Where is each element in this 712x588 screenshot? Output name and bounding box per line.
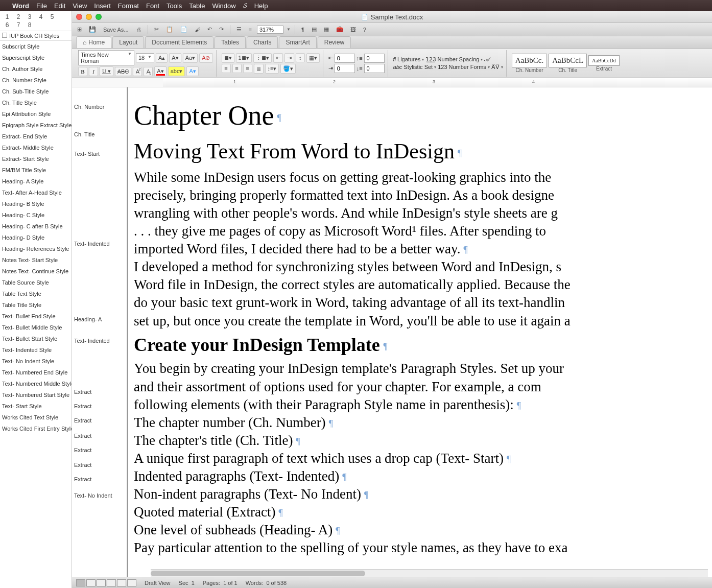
minimize-button[interactable] [86,14,92,20]
indent-left-input[interactable] [335,54,355,63]
tab-charts[interactable]: Charts [247,36,278,48]
style-list-item[interactable]: Text- After A-Head Style [0,187,72,198]
style-ch-title[interactable]: AaBbCcL [549,54,587,67]
style-list-item[interactable]: Notes Text- Start Style [0,254,72,266]
italic-button[interactable]: I [89,67,98,76]
format-painter-button[interactable]: 🖌 [193,26,202,34]
menu-window[interactable]: Window [212,2,235,10]
grow-font-button[interactable]: A▴ [156,53,168,63]
view-switcher[interactable] [76,579,136,586]
outdent-button[interactable]: ⇤ [273,53,283,63]
style-list-item[interactable]: Text- Start Style [0,401,72,412]
style-list-item[interactable]: Heading- B Style [0,198,72,209]
indent-right-input[interactable] [335,64,355,73]
style-extract[interactable]: AaBbCcDd [588,55,620,66]
script-icon[interactable]: 𝓢 [243,2,247,10]
style-list-item[interactable]: Heading- C Style [0,209,72,221]
save-as-button[interactable]: Save As... [101,26,131,34]
align-right-button[interactable]: ≡ [243,64,252,73]
help-button[interactable]: ? [361,26,368,34]
style-list-item[interactable]: Subscript Style [0,41,72,52]
menu-tools[interactable]: Tools [167,2,182,10]
number-forms-button[interactable]: Number Forms [449,64,486,70]
cut-button[interactable]: ✂ [152,25,161,34]
focus-view-icon[interactable] [127,579,136,586]
style-list-item[interactable]: Ch. Author Style [0,63,72,75]
style-list-item[interactable]: FM/BM Title Style [0,164,72,176]
style-list-item[interactable]: Table Source Style [0,277,72,288]
clear-format-button[interactable]: A⊘ [199,53,212,63]
zoom-field[interactable]: 317% [257,26,283,34]
align-center-button[interactable]: ≡ [232,64,242,73]
line-spacing-button[interactable]: ↕≡▾ [265,64,279,74]
style-list-item[interactable]: Heading- C after B Style [0,221,72,232]
gallery-button[interactable]: ▦ [322,25,331,34]
style-list-item[interactable]: Text- Numbered Middle Style [0,378,72,389]
zoom-button[interactable] [96,14,102,20]
style-list-item[interactable]: Epi Attribution Style [0,108,72,120]
style-list-item[interactable]: Text- Bullet Middle Style [0,322,72,333]
print-layout-view-icon[interactable] [107,579,116,586]
tab-review[interactable]: Review [318,36,351,48]
style-list-item[interactable]: Works Cited Text Style [0,412,72,423]
menu-edit[interactable]: Edit [54,2,65,10]
strike-button[interactable]: ABC [115,67,132,76]
horizontal-scrollbar[interactable] [151,569,708,577]
notebook-view-icon[interactable] [117,579,126,586]
sidebar-button[interactable]: ▤ [310,25,319,34]
numbering-button[interactable]: 1≣▾ [236,53,252,63]
page-content[interactable]: Chapter One¶ Moving Text From Word to In… [127,87,712,577]
font-size-select[interactable]: 18▼ [136,53,154,62]
menu-view[interactable]: View [73,2,87,10]
style-list-item[interactable]: Table Title Style [0,299,72,311]
style-list-item[interactable]: Notes Text- Continue Style [0,266,72,277]
style-list-item[interactable]: Heading- A Style [0,176,72,187]
shrink-font-button[interactable]: A▾ [169,53,181,63]
text-effects-button[interactable]: A▾ [186,66,198,76]
bold-button[interactable]: B [78,67,87,76]
sort-button[interactable]: ↕ [296,53,305,62]
change-case-button[interactable]: Aa▾ [183,53,198,63]
borders-button[interactable]: ▦▾ [306,53,320,63]
paste-button[interactable]: 📄 [178,25,189,34]
menu-format[interactable]: Format [118,2,139,10]
menu-help[interactable]: Help [254,2,268,10]
menu-table[interactable]: Table [189,2,205,10]
media-button[interactable]: 🖼 [348,26,358,34]
justify-button[interactable]: ≣ [254,64,264,74]
list-button[interactable]: ☰ [234,25,244,34]
style-list-item[interactable]: Heading- D Style [0,232,72,243]
indent-button[interactable]: ⇥ [284,53,294,63]
style-list-item[interactable]: Text- Numbered End Style [0,367,72,378]
space-before-input[interactable] [364,54,385,63]
toolbox-button[interactable]: 🧰 [334,25,345,34]
style-list-item[interactable]: Extract- Middle Style [0,142,72,153]
align-left-button[interactable]: ≡ [222,64,231,73]
style-list-item[interactable]: Extract- End Style [0,131,72,142]
style-list-item[interactable]: Ch. Title Style [0,97,72,108]
horizontal-ruler[interactable]: 1 2 3 4 [72,78,712,87]
tab-tables[interactable]: Tables [215,36,246,48]
shading-button[interactable]: 🪣▾ [280,64,296,74]
highlight-button[interactable]: abc▾ [168,66,185,76]
tab-home[interactable]: ⌂Home [76,36,111,48]
bullets-button[interactable]: ≣▾ [222,53,234,63]
style-list-item[interactable]: Ch. Sub-Title Style [0,86,72,97]
style-ch-number[interactable]: AaBbCc. [512,54,547,67]
pilcrow-button[interactable]: ¶ [299,26,306,34]
app-menu[interactable]: Word [12,2,29,10]
panel-title[interactable]: IUP Book CH Styles [0,31,72,41]
tab-smartart[interactable]: SmartArt [279,36,316,48]
undo-button[interactable]: ↶ [205,25,214,34]
outline-view-icon[interactable] [86,579,96,586]
draft-view-icon[interactable] [76,579,85,586]
style-list-item[interactable]: Table Text Style [0,288,72,299]
style-list-item[interactable]: Superscript Style [0,52,72,63]
menu-font[interactable]: Font [146,2,159,10]
style-list-item[interactable]: Heading- References Style [0,243,72,254]
tab-layout[interactable]: Layout [112,36,144,48]
number-spacing-button[interactable]: Number Spacing [437,56,479,62]
style-list-item[interactable]: Epigraph Style Extract Style [0,120,72,131]
superscript-button[interactable]: A [133,67,142,76]
subscript-button[interactable]: A [144,67,153,76]
